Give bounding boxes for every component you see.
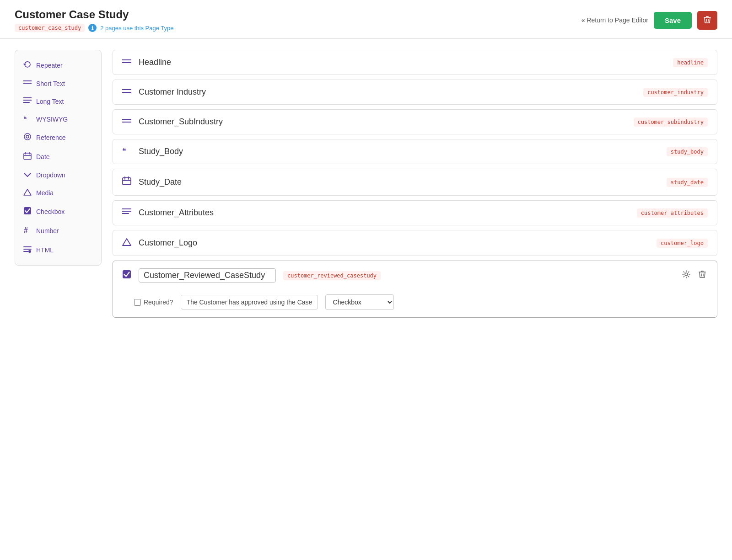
sidebar-item-reference[interactable]: Reference <box>15 128 101 147</box>
field-row-headline: Headline headline <box>113 50 717 75</box>
repeater-icon <box>23 60 32 69</box>
repeater-icon <box>23 60 32 70</box>
svg-marker-12 <box>24 189 31 195</box>
trash-icon <box>704 16 711 24</box>
field-slug-customer-logo: customer_logo <box>657 239 708 248</box>
svg-point-18 <box>28 250 31 253</box>
svg-rect-8 <box>24 153 31 160</box>
number-icon: # <box>23 226 32 236</box>
date-field-icon <box>122 176 131 186</box>
page-title: Customer Case Study <box>15 8 174 21</box>
delete-button[interactable] <box>697 11 717 30</box>
svg-rect-26 <box>123 178 131 185</box>
field-settings-button[interactable] <box>680 268 692 283</box>
field-row-customer-industry: Customer Industry customer_industry <box>113 80 717 105</box>
sidebar-item-label: Long Text <box>36 98 64 105</box>
sidebar-item-dropdown[interactable]: Dropdown <box>15 166 101 184</box>
field-icon-customer-industry <box>122 87 131 97</box>
sidebar-item-date[interactable]: Date <box>15 147 101 166</box>
media-icon <box>23 188 32 196</box>
short-text-field-icon <box>122 88 131 95</box>
sidebar-item-label: Media <box>36 189 54 197</box>
checkbox-icon <box>23 207 32 217</box>
media-field-icon <box>122 238 131 246</box>
field-row-study-body: ❝ Study_Body study_body <box>113 139 717 164</box>
field-icon-study-body: ❝ <box>122 147 131 156</box>
dropdown-icon <box>23 172 32 177</box>
reference-icon <box>23 133 32 143</box>
required-checkbox[interactable] <box>134 299 141 306</box>
svg-text:❝: ❝ <box>122 147 126 154</box>
field-name-customer-industry: Customer Industry <box>139 87 636 97</box>
sidebar-item-long-text[interactable]: Long Text <box>15 92 101 111</box>
field-row-customer-subindustry: Customer_SubIndustry customer_subindustr… <box>113 109 717 134</box>
field-icon-customer-attributes <box>122 208 131 218</box>
wysiwyg-field-icon: ❝ <box>122 147 131 154</box>
sidebar-item-label: Date <box>36 153 50 160</box>
field-slug-headline: headline <box>673 58 708 67</box>
sidebar: Repeater Short Text Long Text ❝ WYSIWYG … <box>15 50 102 266</box>
number-icon: # <box>23 226 32 234</box>
field-type-select[interactable]: Short TextLong TextWYSIWYGCheckboxDateDr… <box>325 294 394 310</box>
field-name-input[interactable] <box>139 268 276 283</box>
long-text-icon <box>23 97 32 104</box>
checkbox-icon <box>23 207 32 215</box>
svg-marker-33 <box>123 239 131 245</box>
field-options: Required? Short TextLong TextWYSIWYGChec… <box>113 290 717 317</box>
return-link[interactable]: « Return to Page Editor <box>581 16 648 24</box>
svg-point-6 <box>24 133 31 140</box>
html-icon <box>23 245 32 255</box>
top-bar: Customer Case Study customer_case_study … <box>0 0 732 39</box>
field-name-customer-subindustry: Customer_SubIndustry <box>139 117 626 127</box>
sidebar-item-checkbox[interactable]: Checkbox <box>15 202 101 221</box>
html-icon <box>23 245 32 253</box>
svg-text:#: # <box>24 226 28 234</box>
sidebar-item-label: WYSIWYG <box>36 116 68 123</box>
short-text-icon <box>23 80 32 86</box>
expanded-field-icon <box>122 270 131 281</box>
slug-badge: customer_case_study <box>15 24 85 32</box>
save-button[interactable]: Save <box>654 12 692 29</box>
sidebar-item-number[interactable]: # Number <box>15 221 101 240</box>
info-icon[interactable]: ℹ <box>88 24 97 32</box>
field-description-input[interactable] <box>181 295 318 309</box>
field-slug-customer-attributes: customer_attributes <box>637 208 708 218</box>
field-icon-study-date <box>122 176 131 188</box>
field-top-actions <box>680 268 708 283</box>
field-icon-headline <box>122 58 131 67</box>
sidebar-item-label: Reference <box>36 134 66 141</box>
main-layout: Repeater Short Text Long Text ❝ WYSIWYG … <box>0 39 732 333</box>
reference-icon <box>23 133 32 141</box>
svg-point-7 <box>26 135 29 138</box>
fields-area: Headline headline Customer Industry cust… <box>113 50 717 322</box>
sidebar-item-repeater[interactable]: Repeater <box>15 56 101 75</box>
date-icon <box>23 152 32 160</box>
field-row-customer-attributes: Customer_Attributes customer_attributes <box>113 200 717 225</box>
sidebar-item-short-text[interactable]: Short Text <box>15 75 101 92</box>
field-name-customer-attributes: Customer_Attributes <box>139 208 630 218</box>
sidebar-item-html[interactable]: HTML <box>15 240 101 260</box>
long-text-icon <box>23 97 32 106</box>
sidebar-item-label: Number <box>36 227 59 235</box>
sidebar-item-label: Short Text <box>36 80 65 87</box>
required-label[interactable]: Required? <box>134 299 173 306</box>
short-text-field-icon <box>122 118 131 124</box>
sidebar-item-media[interactable]: Media <box>15 184 101 202</box>
field-slug-customer-industry: customer_industry <box>643 88 708 97</box>
expanded-checkbox-icon <box>122 270 131 279</box>
expanded-field-row: customer_reviewed_casestudy Required? Sh… <box>113 261 717 318</box>
sidebar-item-wysiwyg[interactable]: ❝ WYSIWYG <box>15 111 101 128</box>
sidebar-item-label: HTML <box>36 246 54 254</box>
short-text-icon <box>23 80 32 88</box>
gear-icon <box>682 270 690 278</box>
field-slug-customer-subindustry: customer_subindustry <box>634 117 708 127</box>
field-name-study-body: Study_Body <box>139 147 659 156</box>
pages-text: 2 pages use this Page Type <box>100 25 173 32</box>
svg-text:❝: ❝ <box>23 116 27 122</box>
field-delete-button[interactable] <box>697 268 708 283</box>
trash-field-icon <box>699 270 706 278</box>
expanded-field-slug: customer_reviewed_casestudy <box>283 271 381 280</box>
top-bar-left: Customer Case Study customer_case_study … <box>15 8 174 32</box>
required-text: Required? <box>144 299 173 306</box>
short-text-field-icon <box>122 59 131 65</box>
